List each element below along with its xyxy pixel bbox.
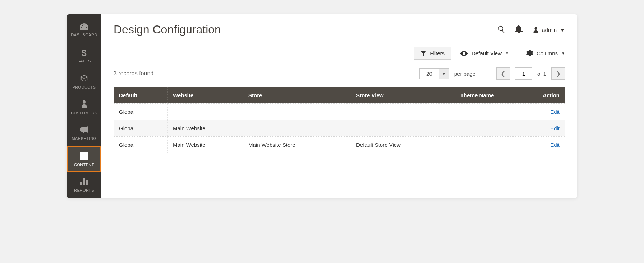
chevron-down-icon: ▼ xyxy=(505,51,509,55)
edit-link[interactable]: Edit xyxy=(550,142,560,148)
sidebar-item-sales[interactable]: $ SALES xyxy=(67,43,101,69)
total-pages-text: of 1 xyxy=(537,71,546,77)
sidebar-item-label: DASHBOARD xyxy=(71,33,97,37)
admin-user-menu[interactable]: admin ▼ xyxy=(533,27,565,33)
per-page-select[interactable]: 20 ▼ xyxy=(419,68,449,79)
col-header-default[interactable]: Default xyxy=(114,87,168,103)
cell-default: Global xyxy=(114,120,168,136)
divider xyxy=(518,49,518,58)
chevron-down-icon: ▼ xyxy=(561,51,565,55)
layout-icon xyxy=(80,152,88,161)
chevron-down-icon: ▼ xyxy=(439,69,449,79)
columns-dropdown[interactable]: Columns ▼ xyxy=(526,50,565,57)
grid-header-row: Default Website Store Store View Theme N… xyxy=(114,87,565,103)
funnel-icon xyxy=(420,51,426,56)
page-title: Design Configuration xyxy=(114,23,221,36)
sidebar-item-label: CONTENT xyxy=(74,163,94,167)
sidebar-item-label: CUSTOMERS xyxy=(71,111,97,115)
main-content: Design Configuration admin ▼ Filters xyxy=(101,14,577,198)
chevron-down-icon: ▼ xyxy=(560,27,565,33)
sidebar-item-customers[interactable]: CUSTOMERS xyxy=(67,95,101,121)
sidebar-item-label: REPORTS xyxy=(74,188,94,192)
col-header-website[interactable]: Website xyxy=(168,87,243,103)
cell-theme-name xyxy=(455,137,534,153)
col-header-theme-name[interactable]: Theme Name xyxy=(455,87,534,103)
edit-link[interactable]: Edit xyxy=(550,125,560,131)
sidebar-item-content[interactable]: CONTENT xyxy=(67,146,101,172)
next-page-button[interactable]: ❯ xyxy=(551,67,565,80)
page-header: Design Configuration admin ▼ xyxy=(114,23,565,36)
cell-store-view xyxy=(351,120,455,136)
cell-store xyxy=(243,120,351,136)
columns-label: Columns xyxy=(537,50,558,56)
admin-user-label: admin xyxy=(542,27,557,33)
header-actions: admin ▼ xyxy=(497,23,565,35)
dollar-icon: $ xyxy=(82,49,87,57)
cell-website: Main Website xyxy=(168,120,243,136)
chevron-left-icon: ❮ xyxy=(501,70,505,77)
default-view-dropdown[interactable]: Default View ▼ xyxy=(460,50,509,56)
col-header-store-view[interactable]: Store View xyxy=(351,87,455,103)
cell-default: Global xyxy=(114,137,168,153)
page-number-input[interactable] xyxy=(515,67,532,80)
per-page-value: 20 xyxy=(420,69,439,79)
sidebar-item-marketing[interactable]: MARKETING xyxy=(67,121,101,146)
default-view-label: Default View xyxy=(472,50,502,56)
person-icon xyxy=(81,100,87,109)
table-row: Global Edit xyxy=(114,103,565,120)
data-grid: Default Website Store Store View Theme N… xyxy=(114,87,565,153)
sidebar-item-dashboard[interactable]: DASHBOARD xyxy=(67,17,101,43)
filters-label: Filters xyxy=(430,50,445,56)
user-icon xyxy=(533,27,539,33)
cell-website: Main Website xyxy=(168,137,243,153)
sidebar-item-products[interactable]: PRODUCTS xyxy=(67,69,101,95)
megaphone-icon xyxy=(80,126,88,135)
table-row: Global Main Website Edit xyxy=(114,120,565,136)
grid-toolbar: Filters Default View ▼ Columns ▼ xyxy=(114,47,565,60)
filters-button[interactable]: Filters xyxy=(414,47,451,60)
sidebar: DASHBOARD $ SALES PRODUCTS CUSTOMERS MAR… xyxy=(67,14,101,198)
records-bar: 3 records found 20 ▼ per page ❮ of 1 ❯ xyxy=(114,67,565,80)
box-icon xyxy=(80,74,88,84)
prev-page-button[interactable]: ❮ xyxy=(496,67,510,80)
cell-store: Main Website Store xyxy=(243,137,351,153)
eye-icon xyxy=(460,51,468,56)
search-icon[interactable] xyxy=(497,25,505,35)
cell-website xyxy=(168,104,243,120)
app-window: DASHBOARD $ SALES PRODUCTS CUSTOMERS MAR… xyxy=(67,14,577,198)
sidebar-item-label: MARKETING xyxy=(72,136,97,141)
cell-theme-name xyxy=(455,120,534,136)
pagination: 20 ▼ per page ❮ of 1 ❯ xyxy=(419,67,565,80)
notifications-icon[interactable] xyxy=(515,25,523,35)
bar-chart-icon xyxy=(80,178,88,187)
gear-icon xyxy=(526,50,533,57)
cell-default: Global xyxy=(114,104,168,120)
col-header-store[interactable]: Store xyxy=(243,87,351,103)
sidebar-item-reports[interactable]: REPORTS xyxy=(67,172,101,198)
dashboard-icon xyxy=(80,23,88,31)
cell-store-view: Default Store View xyxy=(351,137,455,153)
table-row: Global Main Website Main Website Store D… xyxy=(114,136,565,153)
sidebar-item-label: SALES xyxy=(77,59,91,63)
per-page-label: per page xyxy=(454,71,475,77)
col-header-action: Action xyxy=(534,87,565,103)
cell-store-view xyxy=(351,104,455,120)
chevron-right-icon: ❯ xyxy=(556,70,561,77)
cell-theme-name xyxy=(455,104,534,120)
edit-link[interactable]: Edit xyxy=(550,109,560,115)
records-found-text: 3 records found xyxy=(114,70,153,77)
cell-store xyxy=(243,104,351,120)
sidebar-item-label: PRODUCTS xyxy=(73,85,96,89)
